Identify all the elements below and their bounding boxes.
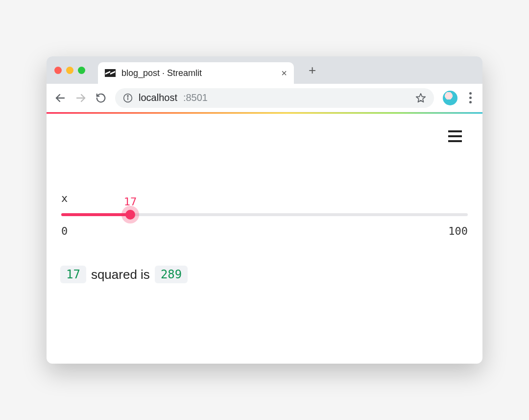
maximize-window-button[interactable] [78,67,85,74]
reload-button[interactable] [96,93,106,103]
window-controls [54,67,85,74]
slider-max-label: 100 [448,225,468,237]
address-bar[interactable]: localhost:8501 [115,88,434,108]
new-tab-button[interactable]: + [309,63,316,78]
close-tab-icon[interactable]: × [281,68,287,79]
minimize-window-button[interactable] [66,67,73,74]
bookmark-star-icon[interactable] [415,93,426,103]
result-output-chip: 289 [155,266,188,283]
slider-label: x [61,192,468,204]
titlebar: blog_post · Streamlit × + [47,56,482,84]
browser-tab[interactable]: blog_post · Streamlit × [98,62,294,84]
slider-widget: x 17 0 100 [60,192,469,237]
info-icon [123,93,133,103]
result-middle-text: squared is [91,267,150,282]
slider-thumb[interactable] [125,210,135,220]
tab-title: blog_post · Streamlit [121,68,275,78]
back-button[interactable] [54,92,66,104]
browser-window: blog_post · Streamlit × + localhost:8501… [47,56,482,364]
browser-toolbar: localhost:8501 [47,84,482,112]
close-window-button[interactable] [54,67,62,74]
slider-current-value: 17 [124,196,137,208]
forward-button[interactable] [75,92,87,104]
slider-range-labels: 0 100 [61,225,468,237]
svg-marker-5 [416,93,425,101]
app-menu-button[interactable] [448,130,462,142]
slider-track-wrap[interactable]: 17 [61,213,468,216]
svg-point-4 [127,95,128,96]
slider-track[interactable] [61,213,468,216]
streamlit-favicon-icon [105,69,116,77]
result-input-chip: 17 [60,266,86,283]
url-port: :8501 [183,92,208,103]
slider-min-label: 0 [61,225,68,237]
result-text: 17 squared is 289 [60,266,469,283]
browser-menu-button[interactable] [466,89,475,106]
url-host: localhost [139,92,177,103]
slider-fill [61,213,130,216]
streamlit-app-body: x 17 0 100 17 squared is 289 [47,114,482,364]
profile-avatar[interactable] [443,91,457,105]
